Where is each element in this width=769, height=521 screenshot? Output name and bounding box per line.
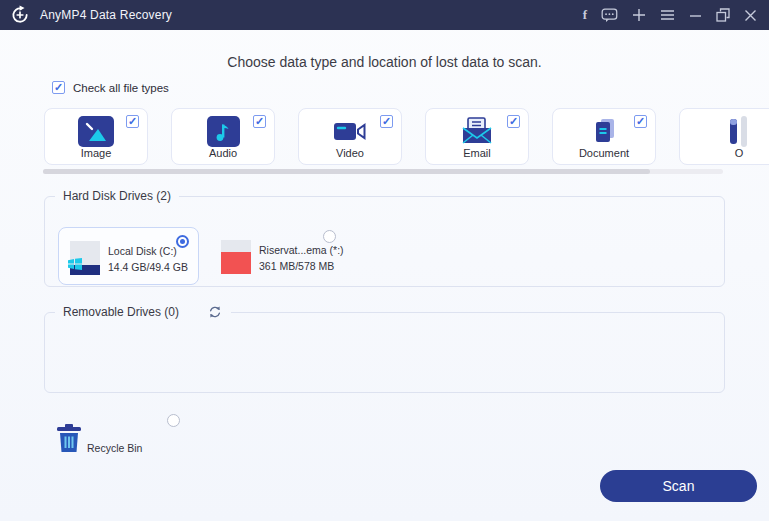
email-checkbox[interactable]: [507, 115, 520, 128]
drive-c-disk-icon: [70, 241, 100, 275]
drive-capacity: 361 MB/578 MB: [259, 260, 334, 272]
file-type-card-email[interactable]: Email: [425, 108, 529, 165]
recycle-bin-radio[interactable]: [167, 414, 180, 427]
file-type-label: Audio: [172, 147, 274, 159]
feedback-bubble-icon[interactable]: [601, 8, 618, 23]
file-type-label: Video: [299, 147, 401, 159]
drive-capacity: 14.4 GB/49.4 GB: [108, 261, 188, 273]
file-type-card-document[interactable]: Document: [552, 108, 656, 165]
file-type-card-image[interactable]: Image: [44, 108, 148, 165]
close-icon[interactable]: [744, 9, 757, 22]
file-type-card-audio[interactable]: Audio: [171, 108, 275, 165]
check-all-file-types[interactable]: Check all file types: [52, 81, 169, 94]
window-title: AnyMP4 Data Recovery: [40, 8, 172, 22]
menu-icon[interactable]: [660, 9, 675, 21]
check-all-checkbox[interactable]: [52, 81, 65, 94]
removable-drives-section: Removable Drives (0): [44, 304, 725, 393]
titlebar-controls: f: [583, 0, 757, 30]
page-title: Choose data type and location of lost da…: [0, 54, 769, 70]
file-type-label: Email: [426, 147, 528, 159]
file-type-label: O: [680, 147, 769, 159]
refresh-icon[interactable]: [207, 304, 223, 320]
drive-local-disk-c[interactable]: Local Disk (C:) 14.4 GB/49.4 GB: [58, 227, 199, 285]
scan-button[interactable]: Scan: [600, 470, 757, 502]
app-logo-icon: [10, 5, 30, 25]
hard-disk-drives-section: Hard Disk Drives (2) Local Disk (C:) 14.…: [44, 189, 725, 287]
plus-icon[interactable]: [632, 8, 646, 22]
minimize-icon[interactable]: [689, 9, 702, 22]
document-checkbox[interactable]: [634, 115, 647, 128]
facebook-icon[interactable]: f: [583, 7, 587, 23]
drive-reserved-radio[interactable]: [323, 230, 336, 243]
check-all-label: Check all file types: [73, 82, 169, 94]
drive-reserved-disk-icon: [221, 240, 251, 274]
recycle-bin-icon[interactable]: [56, 424, 82, 457]
file-type-card-video[interactable]: Video: [298, 108, 402, 165]
removable-drives-title: Removable Drives (0): [63, 305, 179, 319]
video-checkbox[interactable]: [380, 115, 393, 128]
file-type-label: Document: [553, 147, 655, 159]
audio-checkbox[interactable]: [253, 115, 266, 128]
image-checkbox[interactable]: [126, 115, 139, 128]
hard-disk-drives-title: Hard Disk Drives (2): [55, 189, 179, 203]
file-type-label: Image: [45, 147, 147, 159]
cards-scrollbar-track[interactable]: [43, 169, 723, 174]
recycle-bin-label: Recycle Bin: [87, 442, 142, 454]
file-type-card-others-partial[interactable]: O: [679, 108, 769, 165]
titlebar: AnyMP4 Data Recovery f: [0, 0, 769, 30]
drive-name: Local Disk (C:): [108, 245, 177, 257]
restore-icon[interactable]: [716, 8, 730, 22]
app-window: AnyMP4 Data Recovery f: [0, 0, 769, 521]
file-type-cards: Image Audio: [0, 108, 769, 165]
drive-name: Riservat...ema (*:): [259, 244, 344, 256]
cards-scrollbar-thumb[interactable]: [43, 169, 650, 174]
windows-flag-icon: [68, 256, 82, 274]
others-icon: [680, 116, 769, 147]
drive-c-radio[interactable]: [176, 235, 189, 248]
